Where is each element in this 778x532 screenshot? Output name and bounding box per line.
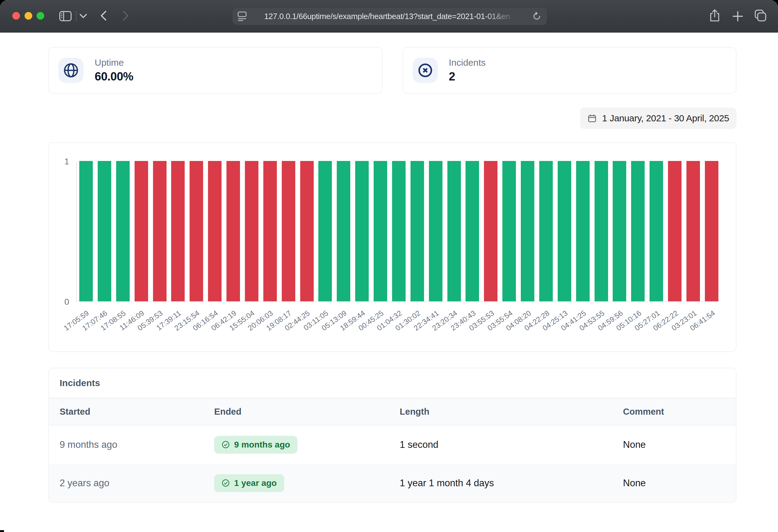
stats-row: Uptime 60.00% Incidents 2 [48,47,736,94]
new-tab-icon[interactable] [732,11,743,21]
close-window-button[interactable] [12,12,20,20]
check-circle-icon [222,479,230,487]
incident-row: 2 years ago1 year ago1 year 1 month 4 da… [49,464,736,502]
back-icon[interactable] [100,10,107,21]
incident-ended: 1 year ago [204,464,389,502]
table-header-row: StartedEndedLengthComment [49,398,736,425]
incidents-label: Incidents [449,58,486,68]
incidents-table-title: Incidents [49,368,736,398]
heartbeat-bar[interactable] [98,161,111,301]
incident-length: 1 year 1 month 4 days [389,464,612,502]
heartbeat-bar[interactable] [410,161,424,301]
ended-badge: 9 months ago [214,436,297,454]
uptime-label: Uptime [95,58,133,68]
globe-icon [58,58,84,83]
incidents-card: Incidents 2 [402,47,737,94]
incidents-value: 2 [449,70,486,83]
browser-toolbar: 127.0.0.1/66uptime/s/example/heartbeat/1… [0,0,778,32]
address-bar[interactable]: 127.0.0.1/66uptime/s/example/heartbeat/1… [233,8,547,25]
date-range-label: 1 January, 2021 - 30 April, 2025 [602,113,729,123]
heartbeat-bar[interactable] [595,161,608,301]
forward-icon[interactable] [122,10,129,21]
tab-overview-icon[interactable] [755,9,766,22]
heartbeat-bar[interactable] [79,161,93,301]
heartbeat-bar[interactable] [576,161,590,301]
incident-comment: None [612,464,736,502]
column-header: Length [389,398,612,425]
minimize-window-button[interactable] [24,12,32,20]
heartbeat-bar[interactable] [116,161,130,301]
incident-started: 2 years ago [49,464,204,502]
heartbeat-bar[interactable] [153,161,166,301]
heartbeat-bar[interactable] [686,161,700,301]
calendar-icon [588,114,597,123]
url-text: 127.0.0.1/66uptime/s/example/heartbeat/1… [264,12,518,21]
incidents-table-card: Incidents StartedEndedLengthComment 9 mo… [48,368,736,503]
heartbeat-bar[interactable] [613,161,626,301]
browser-window: 127.0.0.1/66uptime/s/example/heartbeat/1… [0,0,778,532]
uptime-card: Uptime 60.00% [48,47,383,94]
y-axis-tick-0: 0 [49,297,69,307]
page-settings-icon[interactable] [237,11,248,21]
heartbeat-bar[interactable] [502,161,516,301]
incident-started: 9 months ago [49,425,204,464]
heartbeat-bar[interactable] [374,161,387,301]
column-header: Comment [612,398,736,425]
incident-ended: 9 months ago [204,425,389,464]
column-header: Started [49,398,204,425]
heartbeat-bar[interactable] [263,161,277,301]
heartbeat-bar[interactable] [392,161,406,301]
x-circle-icon [413,58,438,83]
incident-length: 1 second [389,425,612,464]
table-body: 9 months ago9 months ago1 secondNone2 ye… [49,425,736,502]
heartbeat-bar[interactable] [631,161,645,301]
heartbeat-bar[interactable] [171,161,185,301]
heartbeat-bar[interactable] [245,161,258,301]
heartbeat-bar[interactable] [189,161,203,301]
bar-chart-plot [76,162,718,302]
heartbeat-bar[interactable] [318,161,332,301]
date-range-row: 1 January, 2021 - 30 April, 2025 [48,107,736,129]
share-icon[interactable] [709,9,720,22]
incident-comment: None [612,425,736,464]
heartbeat-bar[interactable] [282,161,295,301]
y-axis-tick-1: 1 [49,157,69,167]
toolbar-divider [76,11,77,21]
heartbeat-bar[interactable] [355,161,369,301]
incident-row: 9 months ago9 months ago1 secondNone [49,425,736,464]
heartbeat-bar[interactable] [484,161,497,301]
ended-badge: 1 year ago [214,474,284,492]
check-circle-icon [222,440,230,449]
incidents-table: StartedEndedLengthComment 9 months ago9 … [49,398,736,502]
heartbeat-bar[interactable] [668,161,682,301]
heartbeat-bar[interactable] [208,161,222,301]
heartbeat-bar[interactable] [705,161,718,301]
zoom-window-button[interactable] [36,12,44,20]
screen-corner-artifact [0,530,4,532]
heartbeat-bar[interactable] [539,161,553,301]
heartbeat-bar[interactable] [135,161,148,301]
heartbeat-bar[interactable] [649,161,663,301]
heartbeat-bar[interactable] [466,161,479,301]
heartbeat-bar[interactable] [521,161,534,301]
heartbeat-bar[interactable] [447,161,461,301]
date-range-button[interactable]: 1 January, 2021 - 30 April, 2025 [580,107,736,129]
column-header: Ended [204,398,389,425]
heartbeat-chart-card: 1 0 17:05:5917:07:4617:08:5511:46:0905:3… [48,142,736,352]
heartbeat-bar[interactable] [226,161,240,301]
reload-icon[interactable] [532,12,541,21]
sidebar-toggle-icon[interactable] [59,11,72,21]
chevron-down-icon[interactable] [79,13,87,18]
heartbeat-bar[interactable] [429,161,443,301]
page-content: Uptime 60.00% Incidents 2 [0,32,778,532]
heartbeat-bar[interactable] [558,161,571,301]
heartbeat-bar[interactable] [300,161,314,301]
uptime-value: 60.00% [95,70,133,83]
x-axis-labels: 17:05:5917:07:4617:08:5511:46:0905:39:53… [76,309,718,350]
heartbeat-bar[interactable] [337,161,350,301]
